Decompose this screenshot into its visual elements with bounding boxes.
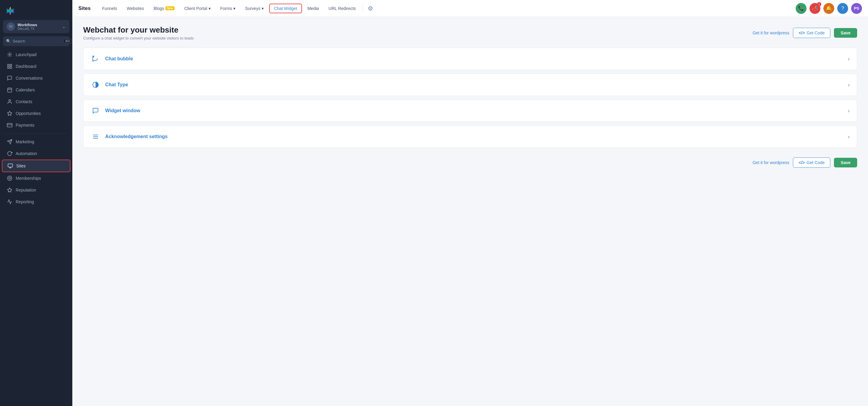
sidebar-item-automation[interactable]: Automation [2, 148, 70, 159]
calendars-icon [7, 87, 13, 93]
sidebar-item-reputation[interactable]: Reputation [2, 184, 70, 196]
acknowledgement-chevron-icon: › [848, 134, 849, 140]
websites-label: Websites [127, 6, 144, 11]
topnav-client-portal[interactable]: Client Portal ▾ [180, 4, 215, 13]
app-logo-icon [5, 5, 16, 16]
surveys-dropdown-icon: ▾ [261, 6, 264, 11]
help-icon-button[interactable]: ? [837, 3, 848, 14]
topnav-chat-widget[interactable]: Chat Widget [269, 4, 302, 13]
accordion-widget-window[interactable]: Widget window › [83, 99, 857, 122]
client-portal-label: Client Portal [184, 6, 207, 11]
payments-icon [7, 122, 13, 128]
sidebar-item-dashboard[interactable]: Dashboard [2, 61, 70, 72]
nav-divider-1 [5, 133, 67, 134]
svg-rect-2 [10, 64, 12, 66]
bottom-actions: Get it for wordpress </> Get Code Save [83, 157, 857, 168]
save-button[interactable]: Save [834, 28, 857, 38]
reputation-icon [7, 187, 13, 193]
get-code-button[interactable]: </> Get Code [793, 28, 830, 38]
svg-point-19 [9, 177, 10, 179]
workspace-info: Workflows DALLAS, TX [18, 23, 62, 30]
widget-window-icon [91, 106, 100, 116]
topnav-forms[interactable]: Forms ▾ [216, 4, 240, 13]
svg-rect-1 [7, 64, 9, 66]
bottom-get-code-button[interactable]: </> Get Code [793, 157, 830, 168]
svg-marker-20 [7, 188, 12, 192]
bottom-wordpress-link[interactable]: Get it for wordpress [752, 160, 789, 165]
accordion-chat-type[interactable]: Chat Type › [83, 74, 857, 96]
topnav-funnels[interactable]: Funnels [98, 4, 121, 13]
page-header: Webchat for your website Configure a cha… [83, 25, 857, 40]
url-redirects-label: URL Redirects [329, 6, 356, 11]
chat-type-chevron-icon: › [848, 82, 849, 88]
sidebar-label-dashboard: Dashboard [16, 64, 36, 69]
svg-point-9 [9, 99, 10, 102]
sidebar-label-calendars: Calendars [16, 87, 35, 92]
sidebar: W Workflows DALLAS, TX ⌄ 🔍 ⌘K + Launchpa… [0, 0, 72, 406]
svg-marker-23 [93, 56, 95, 58]
sidebar-label-sites: Sites [16, 164, 26, 168]
sidebar-item-opportunities[interactable]: Opportunities [2, 108, 70, 119]
forms-dropdown-icon: ▾ [233, 6, 236, 11]
chat-bubble-label: Chat bubble [105, 56, 848, 61]
sidebar-item-launchpad[interactable]: Launchpad [2, 49, 70, 60]
page-header-actions: Get it for wordpress </> Get Code Save [752, 28, 857, 38]
sidebar-label-contacts: Contacts [16, 99, 32, 104]
settings-gear-icon[interactable]: ⚙ [365, 5, 375, 12]
wordpress-link[interactable]: Get it for wordpress [752, 30, 789, 35]
sidebar-label-reporting: Reporting [16, 199, 34, 204]
funnels-label: Funnels [102, 6, 117, 11]
accordion-acknowledgement-settings[interactable]: Acknowledgement settings › [83, 125, 857, 148]
sidebar-item-contacts[interactable]: Contacts [2, 96, 70, 107]
accordion-list: Chat bubble › Chat Type › Widget window … [83, 48, 857, 151]
workspace-selector[interactable]: W Workflows DALLAS, TX ⌄ [3, 20, 69, 33]
chat-bubble-icon [91, 54, 100, 64]
dashboard-icon [7, 63, 13, 69]
svg-rect-15 [8, 164, 13, 167]
topnav-websites[interactable]: Websites [122, 4, 148, 13]
sidebar-item-calendars[interactable]: Calendars [2, 84, 70, 96]
chat-type-icon [91, 80, 100, 90]
search-input[interactable] [13, 39, 63, 44]
svg-rect-3 [7, 67, 9, 68]
surveys-label: Surveys [245, 6, 260, 11]
topnav-surveys[interactable]: Surveys ▾ [241, 4, 268, 13]
sidebar-item-reporting[interactable]: Reporting [2, 196, 70, 207]
topnav-media[interactable]: Media [303, 4, 323, 13]
reporting-icon [7, 199, 13, 205]
svg-point-0 [9, 54, 10, 56]
svg-rect-5 [7, 88, 12, 92]
accordion-chat-bubble[interactable]: Chat bubble › [83, 48, 857, 70]
sidebar-item-sites[interactable]: Sites [2, 160, 70, 172]
search-bar[interactable]: 🔍 ⌘K + [3, 36, 69, 46]
conversations-icon [7, 75, 13, 81]
sidebar-item-memberships[interactable]: Memberships [2, 173, 70, 184]
search-shortcut-badge: ⌘K [63, 39, 72, 44]
bell-icon-button[interactable]: 🔔 [824, 3, 834, 14]
automation-icon [7, 150, 13, 156]
media-label: Media [307, 6, 319, 11]
client-portal-dropdown-icon: ▾ [209, 6, 211, 11]
sidebar-label-payments: Payments [16, 123, 34, 127]
page-content: Webchat for your website Configure a cha… [72, 17, 868, 406]
widget-window-chevron-icon: › [848, 108, 849, 114]
sidebar-label-opportunities: Opportunities [16, 111, 41, 116]
launchpad-icon [7, 52, 13, 58]
topnav-url-redirects[interactable]: URL Redirects [324, 4, 360, 13]
sidebar-item-conversations[interactable]: Conversations [2, 72, 70, 84]
bottom-code-icon: </> [799, 160, 805, 165]
sidebar-label-conversations: Conversations [16, 76, 43, 81]
acknowledgement-label: Acknowledgement settings [105, 134, 848, 139]
megaphone-icon-button[interactable]: 📣 1 [809, 3, 820, 14]
sidebar-item-payments[interactable]: Payments [2, 119, 70, 131]
bottom-save-button[interactable]: Save [834, 158, 857, 167]
phone-icon-button[interactable]: 📞 [796, 3, 807, 14]
notification-badge: 1 [817, 2, 821, 6]
marketing-icon [7, 139, 13, 145]
svg-rect-4 [10, 67, 12, 68]
user-avatar-button[interactable]: PS [851, 3, 862, 14]
svg-marker-10 [7, 111, 12, 116]
page-title-group: Webchat for your website Configure a cha… [83, 25, 194, 40]
topnav-blogs[interactable]: Blogs New [150, 4, 179, 13]
sidebar-item-marketing[interactable]: Marketing [2, 136, 70, 147]
